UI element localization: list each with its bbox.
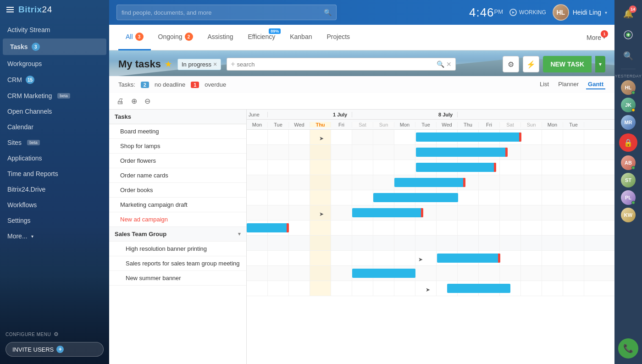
avatar: HL [553,4,569,21]
page-title: My tasks [118,58,161,70]
sidebar-item-activity-stream[interactable]: Activity Stream [0,22,109,38]
overdue-label: overdue [205,81,226,88]
july8-label: 8 July [437,112,458,117]
sidebar-item-more[interactable]: More... ▾ [0,228,109,244]
remove-filter-icon[interactable]: × [213,61,217,67]
contact-avatar-6[interactable]: PL [621,190,636,205]
july1-label: 1 July [331,112,352,117]
tab-assisting[interactable]: Assisting [200,25,241,50]
task-row-order-books[interactable]: Order books [109,183,246,198]
lightning-icon-btn[interactable]: ⚡ [523,56,539,72]
search-icon: 🔍 [324,9,332,16]
contact-avatar-4[interactable]: AB [621,155,636,170]
phone-button[interactable]: 📞 [618,338,638,358]
sidebar-nav: Activity Stream Tasks 3 Workgroups CRM 1… [0,19,109,326]
tasks-badge: 3 [32,43,40,51]
filter-tag-in-progress: In progress × [177,59,221,70]
gantt-view-btn[interactable]: Gantt [586,80,605,89]
task-header: My tasks ★ In progress × + 🔍 ✕ ⚙ ⚡ NEW T… [109,50,614,76]
close-icon[interactable]: ✕ [446,61,452,68]
no-deadline-label: no deadline [155,81,185,88]
sidebar-item-settings[interactable]: Settings [0,213,109,228]
contact-avatar-1[interactable]: HL [621,80,636,95]
search-icon[interactable]: 🔍 [437,61,444,68]
invite-users-button[interactable]: INVITE USERS + [6,342,104,357]
lock-button[interactable]: 🔒 [619,133,637,152]
plus-icon: + [56,346,64,353]
zoom-in-icon[interactable]: ⊕ [129,96,139,106]
task-row-order-flowers[interactable]: Order flowers [109,154,246,168]
gantt-container: 🖨 ⊕ ⊖ Tasks Board meeting Shop for lamps… [109,93,614,364]
global-search-bar[interactable]: 🔍 [116,5,337,20]
planner-view-btn[interactable]: Planner [556,80,581,89]
gantt-days-header: Mon Tue Wed Thu Fri Sat Sun Mon Tue Wed … [247,120,614,130]
tab-efficiency[interactable]: Efficiency 89% [241,25,283,50]
list-view-btn[interactable]: List [538,80,551,89]
content-area: All 3 Ongoing 2 Assisting Efficiency 89%… [109,25,614,364]
topbar: 🔍 4:46PM WORKING HL Heidi Ling ▾ [109,0,614,25]
tab-kanban[interactable]: Kanban [282,25,319,50]
hamburger-menu[interactable] [6,6,15,13]
sidebar-item-workflows[interactable]: Workflows [0,197,109,213]
task-actions: ⚙ ⚡ NEW TASK ▾ [503,56,605,72]
collapse-icon[interactable]: ▾ [238,231,241,237]
configure-menu-btn[interactable]: CONFIGURE MENU ⚙ [6,331,104,337]
tab-ongoing-badge: 2 [185,33,193,41]
clock-display: 4:46PM [469,6,503,20]
new-task-dropdown[interactable]: ▾ [595,56,605,72]
view-switcher: List Planner Gantt [538,80,605,89]
sidebar-item-applications[interactable]: Applications [0,150,109,166]
search-input[interactable] [122,9,320,16]
search-button[interactable]: 🔍 [618,46,638,66]
sidebar-header: Bitrix24 [0,0,109,19]
sidebar-item-open-channels[interactable]: Open Channels [0,104,109,119]
tasks-count-label: Tasks: [118,81,135,88]
sidebar-item-calendar[interactable]: Calendar [0,119,109,135]
sidebar-item-crm[interactable]: CRM 15 [0,72,109,88]
task-title-area: My tasks ★ [118,58,172,70]
task-row-board-meeting[interactable]: Board meeting [109,124,246,139]
tab-ongoing[interactable]: Ongoing 2 [151,25,200,50]
chat-button[interactable] [618,25,638,45]
task-search-bar[interactable]: + 🔍 ✕ [227,58,456,71]
task-list-header: Tasks [109,110,246,124]
task-row-order-name-cards[interactable]: Order name cards [109,168,246,183]
contact-avatar-5[interactable]: ST [621,173,636,188]
contact-avatar-2[interactable]: JK [621,98,636,112]
task-row-new-ad-campaign[interactable]: New ad campaign [109,212,246,227]
task-row-summer-banner[interactable]: New summer banner [109,271,246,286]
sidebar-item-workgroups[interactable]: Workgroups [0,56,109,72]
gantt-chart-panel[interactable]: June 1 July 8 July [247,110,614,364]
task-row-shop-lamps[interactable]: Shop for lamps [109,139,246,154]
june-label: June [247,112,268,117]
settings-icon-btn[interactable]: ⚙ [503,56,519,72]
new-task-button[interactable]: NEW TASK [543,56,592,72]
zoom-out-icon[interactable]: ⊖ [143,96,152,106]
chevron-down-icon: ▾ [605,10,607,15]
gear-icon: ⚙ [54,331,59,337]
notification-bell-button[interactable]: 🔔 14 [618,4,638,24]
sidebar-item-tasks[interactable]: Tasks 3 [3,39,106,55]
tab-efficiency-badge: 89% [269,28,281,34]
main-content: 🔍 4:46PM WORKING HL Heidi Ling ▾ All 3 [109,0,614,364]
crm-badge: 15 [26,76,34,84]
user-menu[interactable]: HL Heidi Ling ▾ [553,4,607,21]
task-row-sales-reports[interactable]: Sales reports for sales team group meeti… [109,256,246,271]
sidebar-item-drive[interactable]: Bitrix24.Drive [0,182,109,197]
tab-all[interactable]: All 3 [118,25,151,50]
contact-avatar-3[interactable]: MR [621,115,636,130]
tab-projects[interactable]: Projects [319,25,357,50]
star-icon[interactable]: ★ [165,59,172,69]
sidebar-item-sites[interactable]: Sites beta [0,135,109,150]
working-status[interactable]: WORKING [509,9,546,16]
tabs-more-button[interactable]: More ▾ 1 [587,34,605,41]
task-search-input[interactable] [237,61,437,68]
print-icon[interactable]: 🖨 [115,96,126,106]
logo: Bitrix24 [18,5,52,15]
contact-avatar-7[interactable]: KW [621,208,636,222]
task-row-marketing-campaign[interactable]: Marketing campaign draft [109,198,246,212]
sidebar-item-time-reports[interactable]: Time and Reports [0,166,109,182]
sidebar-item-crm-marketing[interactable]: CRM Marketing beta [0,88,109,104]
task-row-sales-team-group[interactable]: Sales Team Group ▾ [109,227,246,242]
task-row-banner-printing[interactable]: High resolution banner printing [109,242,246,256]
